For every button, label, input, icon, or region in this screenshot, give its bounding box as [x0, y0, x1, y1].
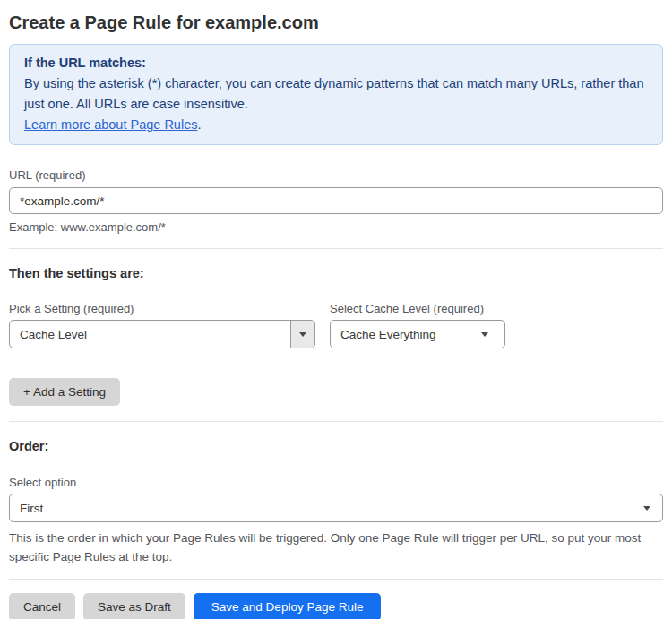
order-select-dropdown[interactable]: First [9, 494, 663, 522]
setting-picker-arrow-button[interactable] [290, 321, 314, 348]
divider [9, 421, 663, 422]
save-and-deploy-button[interactable]: Save and Deploy Page Rule [194, 593, 382, 619]
link-suffix: . [197, 117, 201, 132]
divider [9, 579, 663, 580]
cancel-button[interactable]: Cancel [9, 593, 75, 619]
cache-level-column: Select Cache Level (required) Cache Ever… [330, 302, 505, 348]
order-select-arrow [643, 506, 662, 511]
caret-down-icon [299, 332, 306, 337]
page-title: Create a Page Rule for example.com [9, 12, 663, 33]
settings-section-heading: Then the settings are: [9, 266, 663, 281]
setting-picker-column: Pick a Setting (required) Cache Level [9, 302, 315, 348]
info-box-body: By using the asterisk (*) character, you… [24, 73, 648, 115]
url-helper-text: Example: www.example.com/* [9, 219, 663, 235]
info-box-link-line: Learn more about Page Rules. [24, 115, 648, 135]
setting-picker-dropdown[interactable]: Cache Level [9, 320, 315, 348]
learn-more-link[interactable]: Learn more about Page Rules [24, 117, 197, 132]
url-section: URL (required) Example: www.example.com/… [9, 168, 663, 235]
settings-row: Pick a Setting (required) Cache Level Se… [9, 302, 663, 348]
url-label: URL (required) [9, 168, 663, 182]
caret-down-icon [481, 332, 488, 337]
order-helper-text: This is the order in which your Page Rul… [9, 529, 654, 566]
order-select-value: First [10, 502, 643, 515]
cache-level-arrow [481, 332, 504, 337]
cache-level-value: Cache Everything [331, 328, 481, 341]
setting-picker-label: Pick a Setting (required) [9, 302, 315, 315]
caret-down-icon [643, 506, 650, 511]
cache-level-dropdown[interactable]: Cache Everything [330, 320, 505, 348]
page-rule-form: Create a Page Rule for example.com If th… [0, 0, 672, 619]
order-select-label: Select option [9, 476, 663, 489]
add-setting-button[interactable]: + Add a Setting [9, 378, 120, 406]
info-box-heading: If the URL matches: [24, 53, 648, 73]
form-actions: Cancel Save as Draft Save and Deploy Pag… [9, 593, 663, 619]
save-as-draft-button[interactable]: Save as Draft [83, 593, 185, 619]
setting-picker-value: Cache Level [10, 328, 290, 341]
url-input[interactable] [9, 187, 663, 214]
url-match-info-box: If the URL matches: By using the asteris… [9, 44, 663, 145]
divider [9, 248, 663, 249]
cache-level-label: Select Cache Level (required) [330, 302, 505, 315]
order-section-heading: Order: [9, 439, 663, 454]
